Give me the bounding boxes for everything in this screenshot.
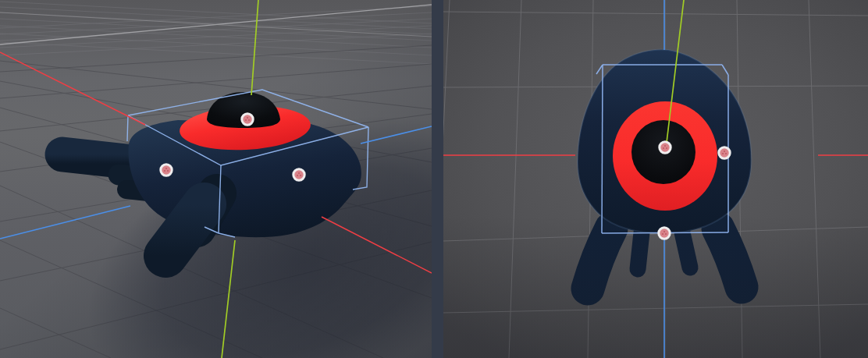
handle-texture-dot [663, 147, 664, 149]
handle-texture-dot [167, 170, 169, 172]
transform-handle[interactable] [660, 142, 671, 153]
transform-handle[interactable] [659, 228, 670, 239]
front-viewport[interactable] [443, 0, 868, 358]
handle-texture-dot [298, 172, 300, 174]
handle-texture-dot [248, 119, 250, 121]
transform-handle[interactable] [242, 114, 253, 125]
handle-texture-dot [724, 151, 725, 152]
perspective-viewport[interactable] [0, 0, 432, 358]
bottom-vignette [443, 0, 868, 358]
handle-texture-dot [665, 233, 667, 235]
handle-texture-dot [297, 175, 298, 176]
3d-editor-window [0, 0, 868, 358]
handle-texture-dot [165, 168, 167, 169]
handle-texture-dot [664, 145, 666, 147]
handle-texture-dot [300, 175, 301, 176]
handle-texture-dot [164, 170, 165, 172]
viewport-splitter[interactable] [432, 0, 443, 358]
handle-texture-dot [662, 233, 663, 235]
handle-texture-dot [666, 147, 667, 149]
handle-texture-dot [725, 153, 727, 154]
handle-texture-dot [247, 117, 248, 119]
handle-texture-dot [245, 119, 247, 121]
transform-handle[interactable] [719, 147, 730, 158]
transform-handle[interactable] [161, 165, 172, 175]
handle-texture-dot [722, 153, 724, 154]
transform-handle[interactable] [293, 169, 304, 180]
handle-texture-dot [663, 231, 665, 232]
